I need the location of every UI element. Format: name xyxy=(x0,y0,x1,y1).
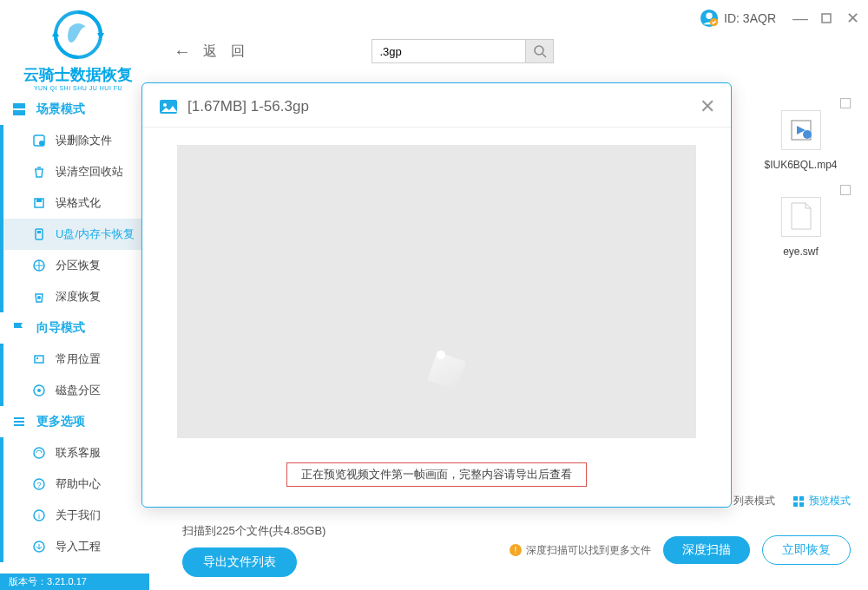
flag-icon xyxy=(10,319,28,337)
preview-canvas xyxy=(177,145,696,438)
svg-rect-19 xyxy=(35,356,43,363)
usb-icon xyxy=(31,226,47,242)
search-input[interactable] xyxy=(372,39,526,63)
nav-disk-partition[interactable]: 磁盘分区 xyxy=(0,375,149,406)
svg-point-1 xyxy=(706,13,712,19)
deep-scan-tip: ! 深度扫描可以找到更多文件 xyxy=(510,543,651,558)
svg-point-18 xyxy=(37,296,41,299)
back-label: 返 回 xyxy=(203,43,250,61)
back-button[interactable]: ← 返 回 xyxy=(174,42,250,62)
warning-icon: ! xyxy=(510,544,522,556)
close-button[interactable]: ✕ xyxy=(845,11,859,25)
deep-scan-button[interactable]: 深度扫描 xyxy=(663,536,750,564)
svg-line-8 xyxy=(542,54,546,57)
svg-rect-38 xyxy=(793,496,798,501)
info-icon: i xyxy=(31,508,47,523)
image-icon xyxy=(158,96,179,117)
svg-rect-16 xyxy=(37,231,41,233)
file-thumb-icon xyxy=(781,197,821,237)
svg-rect-15 xyxy=(36,229,43,239)
nav-partition[interactable]: 分区恢复 xyxy=(0,250,149,281)
grid-icon xyxy=(792,495,805,508)
minimize-button[interactable]: — xyxy=(793,11,807,25)
nav-deleted-files[interactable]: 误删除文件 xyxy=(0,125,149,156)
svg-point-34 xyxy=(803,130,812,139)
user-id-text: ID: 3AQR xyxy=(724,11,776,25)
logo-title: 云骑士数据恢复 xyxy=(17,64,139,85)
nav-deep-recovery[interactable]: 深度恢复 xyxy=(0,281,149,312)
partition-icon xyxy=(31,258,47,273)
nav-contact-support[interactable]: 联系客服 xyxy=(0,437,149,469)
svg-text:i: i xyxy=(38,512,40,521)
nav-format[interactable]: 误格式化 xyxy=(0,187,149,219)
modal-title: [1.67MB] 1-56.3gp xyxy=(187,98,691,115)
svg-point-43 xyxy=(163,103,167,107)
hdd-icon xyxy=(31,383,47,398)
import-icon xyxy=(31,539,47,554)
modal-message: 正在预览视频文件第一帧画面，完整内容请导出后查看 xyxy=(286,462,587,487)
video-thumb-icon xyxy=(781,110,821,150)
user-icon xyxy=(700,9,719,28)
svg-text:?: ? xyxy=(36,481,41,489)
section-wizard-mode[interactable]: 向导模式 xyxy=(0,312,149,344)
menu-icon xyxy=(10,413,28,430)
file-icon xyxy=(31,133,47,148)
svg-point-26 xyxy=(34,448,44,458)
nav-common-location[interactable]: 常用位置 xyxy=(0,344,149,375)
loading-trail xyxy=(427,351,466,390)
search-button[interactable] xyxy=(526,39,554,63)
recover-button[interactable]: 立即恢复 xyxy=(762,535,851,565)
search-icon xyxy=(533,44,547,58)
sidebar: 场景模式 误删除文件 误清空回收站 误格式化 U盘/内存卡恢复 分区恢复 深度恢… xyxy=(0,94,149,574)
user-id-badge: ID: 3AQR xyxy=(700,9,776,28)
logo-subtitle: YUN QI SHI SHU JU HUI FU xyxy=(17,85,139,91)
svg-marker-5 xyxy=(97,33,104,40)
nav-usb-recovery[interactable]: U盘/内存卡恢复 xyxy=(0,219,149,250)
view-preview-tab[interactable]: 预览模式 xyxy=(792,494,851,508)
svg-point-22 xyxy=(37,389,41,392)
back-arrow-icon: ← xyxy=(174,42,196,62)
file-name: eye.swf xyxy=(783,246,819,258)
nav-import-project[interactable]: 导入工程 xyxy=(0,531,149,562)
svg-point-7 xyxy=(535,46,543,55)
file-checkbox[interactable] xyxy=(840,185,851,195)
help-icon: ? xyxy=(31,476,47,492)
trash-icon xyxy=(31,164,47,180)
preview-modal: [1.67MB] 1-56.3gp ✕ 正在预览视频文件第一帧画面，完整内容请导… xyxy=(141,82,732,508)
svg-marker-6 xyxy=(52,30,59,36)
deep-icon xyxy=(31,289,47,305)
svg-rect-20 xyxy=(36,357,38,359)
maximize-button[interactable] xyxy=(819,11,833,25)
svg-rect-40 xyxy=(793,502,798,507)
headset-icon xyxy=(31,445,47,461)
file-item[interactable]: $IUK6BQL.mp4 xyxy=(733,110,868,171)
disk-icon xyxy=(31,195,47,211)
nav-help-center[interactable]: ?帮助中心 xyxy=(0,469,149,500)
svg-rect-9 xyxy=(13,103,25,108)
section-more-options[interactable]: 更多选项 xyxy=(0,406,149,437)
svg-point-12 xyxy=(39,141,44,146)
file-name: $IUK6BQL.mp4 xyxy=(764,159,837,171)
app-logo: 云骑士数据恢复 YUN QI SHI SHU JU HUI FU xyxy=(17,7,139,91)
nav-about[interactable]: i关于我们 xyxy=(0,500,149,531)
section-scene-mode[interactable]: 场景模式 xyxy=(0,94,149,125)
svg-rect-3 xyxy=(822,14,831,23)
scene-icon xyxy=(10,101,28,118)
svg-rect-39 xyxy=(799,496,804,501)
svg-rect-41 xyxy=(799,502,804,507)
location-icon xyxy=(31,351,47,367)
svg-rect-14 xyxy=(36,199,42,202)
version-label: 版本号：3.21.0.17 xyxy=(0,574,149,590)
nav-recycle-bin[interactable]: 误清空回收站 xyxy=(0,156,149,187)
scan-status-text: 扫描到225个文件(共4.85GB) xyxy=(182,523,326,539)
loading-spinner xyxy=(437,351,445,359)
export-list-button[interactable]: 导出文件列表 xyxy=(182,547,297,577)
file-checkbox[interactable] xyxy=(840,98,851,108)
file-item[interactable]: eye.swf xyxy=(733,197,868,258)
modal-close-button[interactable]: ✕ xyxy=(700,95,715,118)
svg-rect-10 xyxy=(13,110,25,115)
